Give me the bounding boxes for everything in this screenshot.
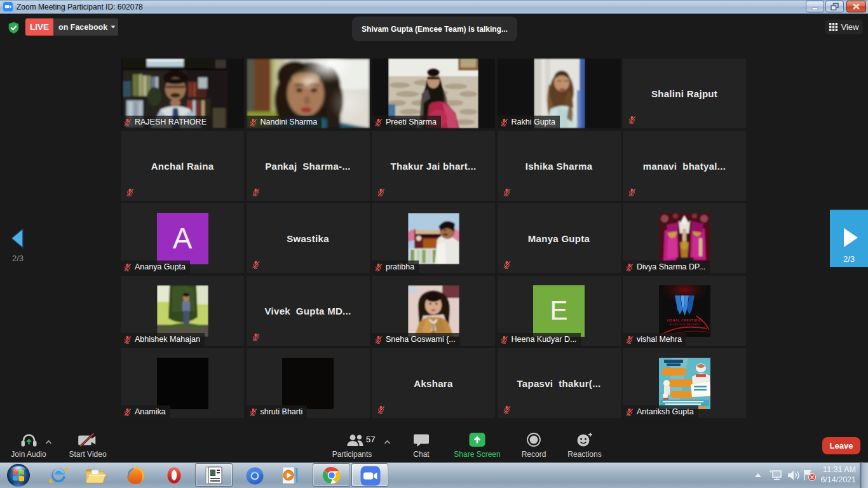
svg-text:AN INSTITUTE OF CREATIVE ARTS: AN INSTITUTE OF CREATIVE ARTS [670, 323, 699, 325]
svg-text:VISHAL CREATIONS: VISHAL CREATIONS [667, 318, 703, 322]
